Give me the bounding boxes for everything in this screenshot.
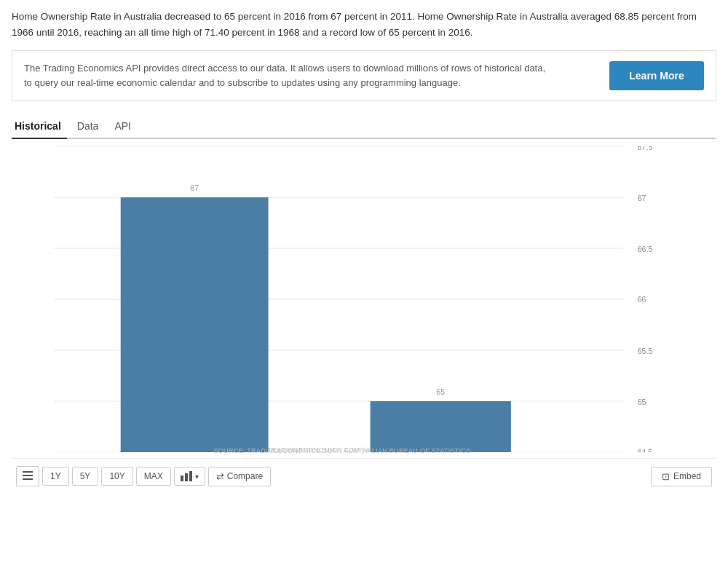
svg-rect-21 bbox=[23, 471, 33, 473]
svg-text:65: 65 bbox=[436, 387, 445, 396]
embed-label: Embed bbox=[673, 471, 701, 481]
api-banner: The Trading Economics API provides direc… bbox=[12, 50, 716, 101]
1y-button[interactable]: 1Y bbox=[42, 467, 69, 486]
bottom-toolbar: 1Y 5Y 10Y MAX ▾ ⇄ Compare ⊡ Embed bbox=[12, 458, 716, 494]
svg-text:67: 67 bbox=[190, 184, 199, 192]
5y-button[interactable]: 5Y bbox=[72, 467, 99, 486]
compare-button[interactable]: ⇄ Compare bbox=[208, 467, 271, 486]
tabs-bar: Historical Data API bbox=[12, 114, 716, 139]
svg-text:65.5: 65.5 bbox=[638, 347, 653, 355]
description-text: Home Ownership Rate in Australia decreas… bbox=[12, 9, 716, 40]
svg-text:65: 65 bbox=[638, 398, 646, 406]
max-button[interactable]: MAX bbox=[136, 467, 171, 486]
tab-data[interactable]: Data bbox=[74, 114, 112, 138]
svg-rect-24 bbox=[181, 476, 183, 481]
tab-historical[interactable]: Historical bbox=[12, 114, 74, 138]
svg-rect-26 bbox=[189, 471, 192, 481]
chart-area: 67.5 67 66.5 66 65.5 65 64.5 2007 2010 2… bbox=[12, 146, 716, 452]
svg-text:67.5: 67.5 bbox=[638, 146, 653, 151]
svg-text:66.5: 66.5 bbox=[638, 245, 653, 253]
embed-button[interactable]: ⊡ Embed bbox=[651, 467, 712, 486]
bar-2010 bbox=[121, 198, 269, 453]
toolbar-right: ⊡ Embed bbox=[651, 467, 712, 486]
svg-text:67: 67 bbox=[638, 194, 646, 202]
main-container: Home Ownership Rate in Australia decreas… bbox=[0, 0, 728, 502]
svg-rect-22 bbox=[23, 475, 33, 476]
10y-button[interactable]: 10Y bbox=[101, 467, 132, 486]
svg-text:66: 66 bbox=[638, 295, 646, 304]
embed-icon: ⊡ bbox=[662, 471, 670, 482]
toolbar-left-buttons: 1Y 5Y 10Y MAX ▾ ⇄ Compare bbox=[16, 466, 271, 486]
learn-more-button[interactable]: Learn More bbox=[609, 61, 704, 90]
svg-rect-23 bbox=[23, 478, 33, 480]
chart-type-arrow: ▾ bbox=[195, 473, 199, 481]
compare-label: Compare bbox=[227, 471, 263, 481]
list-icon-button[interactable] bbox=[16, 466, 39, 486]
chart-svg: 67.5 67 66.5 66 65.5 65 64.5 2007 2010 2… bbox=[12, 146, 673, 452]
svg-text:64.5: 64.5 bbox=[638, 448, 653, 452]
bar-2016 bbox=[371, 401, 511, 452]
chart-type-button[interactable]: ▾ bbox=[174, 467, 205, 486]
svg-rect-25 bbox=[185, 473, 188, 481]
api-banner-text: The Trading Economics API provides direc… bbox=[24, 61, 548, 90]
tab-api[interactable]: API bbox=[111, 114, 144, 138]
